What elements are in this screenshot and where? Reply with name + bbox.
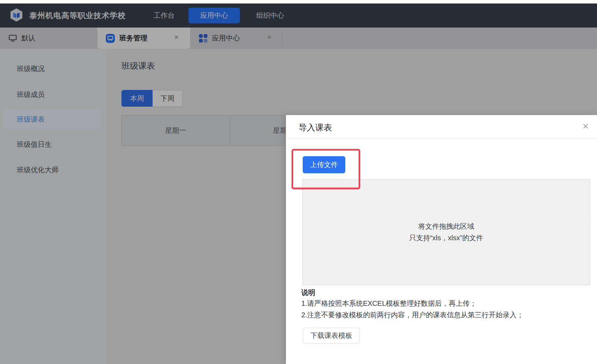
dropzone-hint-line1: 将文件拖拽此区域	[418, 221, 474, 232]
import-schedule-drawer: 导入课表 × 上传文件 将文件拖拽此区域 只支持“xls，xlsx”的文件 说明…	[286, 115, 597, 364]
drawer-header: 导入课表 ×	[286, 115, 597, 139]
download-template-button[interactable]: 下载课表模板	[303, 328, 360, 343]
browser-edge-strip	[0, 0, 597, 3]
instruction-line: 1.请严格按照本系统EXCEL模板整理好数据后，再上传；	[301, 299, 477, 308]
file-dropzone[interactable]: 将文件拖拽此区域 只支持“xls，xlsx”的文件	[302, 179, 590, 285]
instruction-line: 2.注意不要修改模板的前两行内容，用户的课表信息从第三行开始录入；	[301, 310, 524, 320]
close-icon[interactable]: ×	[582, 121, 589, 131]
drawer-title: 导入课表	[298, 122, 332, 133]
dropzone-hint-line2: 只支持“xls，xlsx”的文件	[409, 232, 483, 244]
instructions-title: 说明	[301, 288, 315, 297]
upload-file-button[interactable]: 上传文件	[303, 156, 345, 173]
app-window: 泰州机电高等职业技术学校 工作台 应用中心 组织中心 默认 班	[0, 0, 597, 364]
